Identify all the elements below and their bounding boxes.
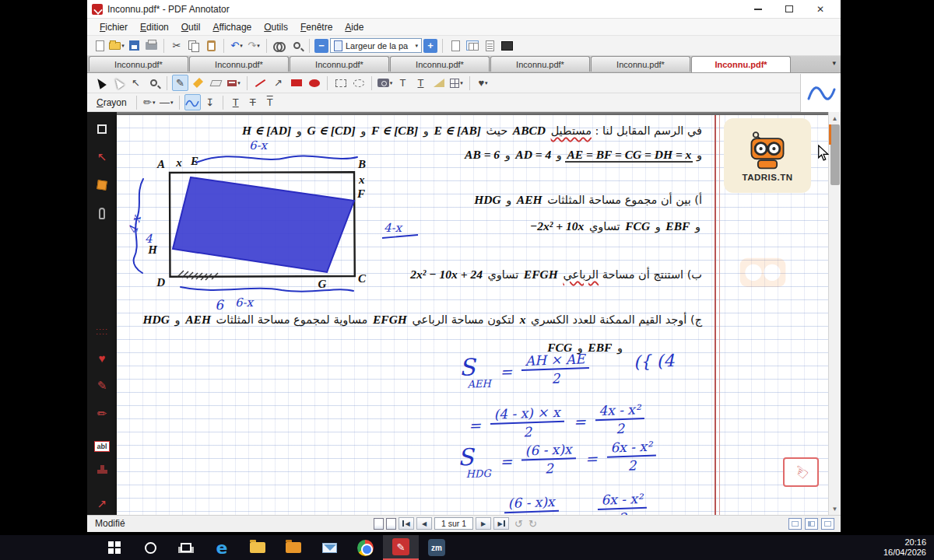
text-overline-button[interactable]: T [262,95,278,110]
photo-tool[interactable]: ▾ [377,75,393,91]
open-button[interactable]: ▾ [109,38,125,54]
zoom-level-select[interactable]: Largeur de la pa ▾ [330,38,422,53]
start-button[interactable] [97,535,132,560]
scrollbar-thumb[interactable] [830,124,840,185]
thumbnails-button[interactable] [374,518,384,530]
document-tab[interactable]: Inconnu.pdf* [189,56,289,72]
text-preset-button[interactable]: abl [92,437,112,456]
pencil-preset-button[interactable]: ✏ [92,404,112,423]
edge-taskbar-item[interactable]: e [204,535,240,560]
rectangle-tool[interactable] [288,75,304,91]
highlighter-tool[interactable] [190,75,206,91]
pan-tool[interactable]: ↖ [128,75,144,91]
vertical-scrollbar[interactable]: ▲ ▼ [828,112,841,515]
layout-split-button[interactable] [821,518,834,530]
pdf-page[interactable]: في الرسم المقابل لنا : مستطيل ABCD حيث E… [117,115,828,515]
current-pen-preview[interactable] [800,74,841,112]
facing-pages-view-button[interactable] [465,38,480,54]
text-underline-button[interactable]: T [228,95,244,110]
measure-tool[interactable] [430,75,447,91]
find-button[interactable] [272,38,287,54]
print-button[interactable] [143,38,159,54]
search-next-button[interactable] [289,38,304,54]
layout-sidebar-button[interactable] [805,518,818,530]
pen-tool[interactable]: ✎ [172,75,188,91]
layout-single-button[interactable] [788,518,802,530]
document-tab[interactable]: Inconnu.pdf* [591,56,690,72]
tab-overflow-button[interactable]: ▾ [832,59,836,67]
mail-taskbar-item[interactable] [311,535,347,560]
document-tab[interactable]: Inconnu.pdf* [390,56,490,72]
menu-item[interactable]: Edition [134,20,175,34]
scroll-down-button[interactable]: ▼ [829,502,841,515]
stamp-tool[interactable]: ▾ [226,75,242,91]
task-view-button[interactable] [168,535,204,560]
attachment-preset-button[interactable] [92,204,112,222]
favorites-tool[interactable]: ♥▾ [475,75,491,91]
pdf-annotator-taskbar-item[interactable]: ✎ [383,535,419,560]
more-tools-button[interactable]: ▾ [448,75,465,91]
undo-button[interactable]: ↶▾ [229,38,244,54]
eraser-tool[interactable] [208,75,224,91]
document-tab[interactable]: Inconnu.pdf* [691,56,791,72]
zoom-out-button[interactable]: − [314,39,328,53]
previous-page-button[interactable]: ◀ [416,517,432,530]
search-button[interactable] [132,535,168,560]
arrow-tool[interactable]: ↗ [270,75,286,91]
line-tool[interactable] [252,75,269,91]
select-tool[interactable] [92,75,108,91]
zoom-tool[interactable] [146,75,162,91]
blank-preset-button[interactable] [92,120,112,138]
pen-preset-button[interactable]: ✎ [92,376,112,395]
scroll-up-button[interactable]: ▲ [829,112,841,124]
maximize-button[interactable] [774,1,805,18]
heart-preset-button[interactable]: ♥ [92,348,112,367]
document-tab[interactable]: Inconnu.pdf* [290,56,389,72]
taskbar-clock[interactable]: 20:16 16/04/2026 [883,537,926,558]
dots-preset-button[interactable]: ········ [92,322,112,341]
text-tool[interactable]: T [395,75,411,91]
zoom-taskbar-item[interactable]: zm [419,535,455,560]
marker-preset-button[interactable] [92,176,112,194]
zoom-in-button[interactable]: + [423,39,437,53]
last-page-button[interactable]: ▶ [493,517,509,530]
new-document-button[interactable] [92,38,107,54]
menu-item[interactable]: Fichier [93,20,134,34]
chrome-taskbar-item[interactable] [347,535,383,560]
direct-select-tool[interactable] [110,75,126,91]
text-box-tool[interactable]: T [413,75,429,91]
copy-button[interactable] [186,38,202,54]
first-page-button[interactable]: ◀ [399,517,414,530]
menu-item[interactable]: Affichage [206,20,258,34]
pointer-preset-button[interactable]: ↖ [92,148,112,166]
menu-item[interactable]: Fenêtre [294,20,339,34]
previous-view-button[interactable]: ↺ [514,518,523,530]
line-style-button[interactable]: —▾ [159,95,174,110]
fullscreen-button[interactable] [499,38,514,54]
page-indicator[interactable]: 1 sur 1 [434,517,473,530]
stamp-preset-button[interactable] [92,462,112,481]
save-button[interactable] [126,38,142,54]
arrow-preset-button[interactable]: ↗ [92,495,112,513]
lasso-tool[interactable] [350,75,367,91]
snapshot-tool[interactable] [332,75,349,91]
cut-button[interactable]: ✂ [169,38,184,54]
next-view-button[interactable]: ↻ [528,518,537,530]
menu-item[interactable]: Aide [339,20,370,34]
file-explorer-taskbar-item[interactable] [240,535,276,560]
ellipse-tool[interactable] [306,75,322,91]
folder-taskbar-item[interactable] [276,535,311,560]
continuous-view-button[interactable] [482,38,497,54]
text-strike-button[interactable]: T [245,95,261,110]
freehand-style-button[interactable] [184,94,201,110]
minimize-button[interactable] [743,1,774,18]
document-tab[interactable]: Inconnu.pdf* [89,56,188,72]
close-button[interactable]: ✕ [805,1,836,18]
menu-item[interactable]: Outils [258,20,294,34]
menu-item[interactable]: Outil [175,20,207,34]
paste-button[interactable] [203,38,219,54]
snap-to-line-button[interactable]: ↧ [202,95,218,110]
document-tab[interactable]: Inconnu.pdf* [490,56,590,72]
pen-width-button[interactable]: ✏▾ [142,95,157,110]
pages-panel-button[interactable] [386,518,396,530]
